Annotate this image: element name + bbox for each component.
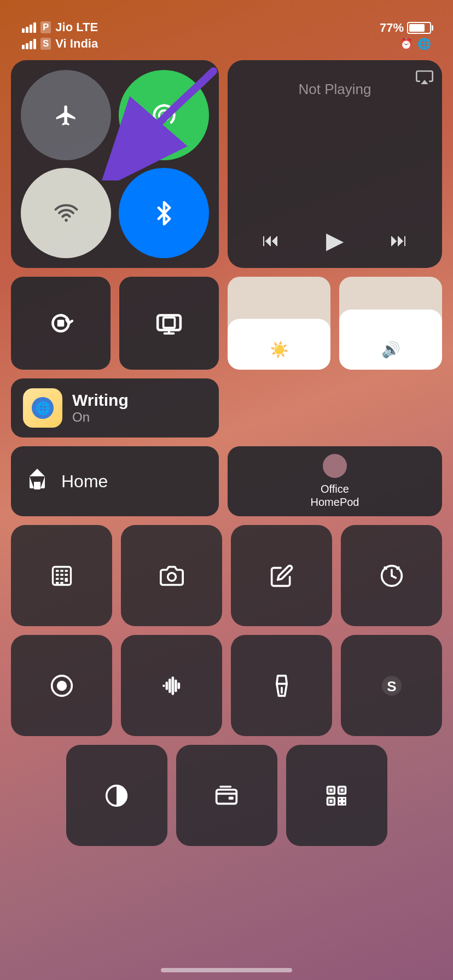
- screen-mirror-button[interactable]: [119, 277, 219, 370]
- camera-button[interactable]: [121, 525, 222, 626]
- svg-point-3: [65, 219, 68, 222]
- row-top: Not Playing ⏮ ▶ ⏭: [11, 60, 442, 268]
- svg-rect-39: [217, 790, 237, 804]
- svg-rect-20: [56, 578, 59, 580]
- svg-rect-18: [60, 574, 63, 576]
- shazam-button[interactable]: S: [341, 635, 442, 736]
- writing-text: Writing On: [72, 391, 129, 425]
- battery-percent: 77%: [380, 21, 404, 35]
- media-controls: ⏮ ▶ ⏭: [239, 227, 431, 258]
- svg-rect-19: [65, 574, 68, 576]
- brightness-icon: ☀️: [270, 341, 289, 359]
- alarm-icon: ⏰: [399, 37, 413, 50]
- battery-icon: [407, 22, 431, 34]
- bottom-row: [11, 745, 442, 846]
- sim2-row: S Vi India: [22, 37, 98, 51]
- writing-status: On: [72, 410, 129, 425]
- office-label: OfficeHomePod: [311, 482, 359, 509]
- volume-icon: 🔊: [381, 341, 400, 359]
- svg-point-2: [161, 113, 166, 118]
- qrcode-button[interactable]: [286, 745, 387, 846]
- svg-rect-49: [339, 802, 342, 805]
- svg-rect-50: [342, 802, 346, 805]
- status-right: 77% ⏰ 🌐: [380, 21, 431, 50]
- globe-icon: 🌐: [417, 37, 431, 50]
- airplane-mode-button[interactable]: [21, 70, 111, 160]
- sim1-signal: [22, 22, 36, 33]
- calculator-button[interactable]: [11, 525, 112, 626]
- svg-rect-16: [65, 570, 68, 572]
- rotation-lock-button[interactable]: [11, 277, 111, 370]
- svg-rect-46: [329, 800, 333, 803]
- svg-rect-17: [56, 574, 59, 576]
- volume-slider[interactable]: 🔊: [339, 277, 442, 370]
- bluetooth-button[interactable]: [119, 168, 209, 258]
- wallet-button[interactable]: [176, 745, 277, 846]
- sim1-badge: P: [40, 21, 51, 33]
- media-player-panel: Not Playing ⏮ ▶ ⏭: [228, 60, 442, 268]
- cellular-button[interactable]: [119, 70, 209, 160]
- status-left: P Jio LTE S Vi India: [22, 20, 98, 51]
- sim1-carrier: Jio LTE: [55, 20, 98, 34]
- svg-marker-4: [421, 80, 428, 84]
- writing-icon: 🌐: [23, 388, 62, 428]
- svg-rect-15: [60, 570, 63, 572]
- wifi-button[interactable]: [21, 168, 111, 258]
- svg-rect-48: [342, 797, 346, 801]
- flashlight-button[interactable]: [231, 635, 332, 736]
- svg-rect-24: [60, 582, 63, 584]
- office-homepod-panel[interactable]: OfficeHomePod: [228, 446, 442, 516]
- svg-rect-22: [65, 578, 68, 581]
- svg-point-25: [167, 573, 176, 581]
- connectivity-panel: [11, 60, 219, 268]
- writing-panel[interactable]: 🌐 Writing On: [11, 378, 219, 438]
- svg-text:S: S: [387, 678, 396, 694]
- svg-rect-47: [339, 797, 342, 801]
- media-prev-button[interactable]: ⏮: [262, 230, 280, 250]
- sim1-row: P Jio LTE: [22, 20, 98, 34]
- writing-title: Writing: [72, 391, 129, 410]
- brightness-slider[interactable]: ☀️: [228, 277, 330, 370]
- home-panel[interactable]: Home: [11, 446, 219, 516]
- media-play-button[interactable]: ▶: [326, 227, 344, 254]
- icon-grid-2: S: [11, 635, 442, 736]
- airplay-icon[interactable]: [416, 69, 433, 90]
- status-bar: P Jio LTE S Vi India 77% ⏰ 🌐: [0, 0, 453, 60]
- row-writing: 🌐 Writing On: [11, 378, 442, 438]
- svg-rect-6: [57, 320, 65, 327]
- sim2-badge: S: [40, 38, 51, 50]
- home-label: Home: [61, 471, 108, 492]
- media-title: Not Playing: [239, 81, 431, 98]
- icon-grid-1: [11, 525, 442, 626]
- svg-rect-44: [340, 789, 344, 792]
- svg-rect-21: [60, 578, 63, 580]
- screen-record-button[interactable]: [11, 635, 112, 736]
- row-home: Home OfficeHomePod: [11, 446, 442, 516]
- volume-fill: [339, 310, 442, 370]
- clock-button[interactable]: [341, 525, 442, 626]
- contrast-button[interactable]: [66, 745, 167, 846]
- svg-point-28: [56, 680, 66, 690]
- soundwave-button[interactable]: [121, 635, 222, 736]
- svg-rect-23: [56, 582, 59, 584]
- quick-buttons: [11, 277, 219, 370]
- control-center: Not Playing ⏮ ▶ ⏭: [11, 60, 442, 846]
- battery-fill: [409, 24, 425, 32]
- sim2-signal: [22, 39, 36, 49]
- markup-button[interactable]: [231, 525, 332, 626]
- row-mid: ☀️ 🔊: [11, 277, 442, 370]
- svg-rect-8: [164, 318, 175, 328]
- sim2-carrier: Vi India: [55, 37, 98, 51]
- svg-rect-42: [329, 789, 333, 792]
- battery-row: 77%: [380, 21, 431, 35]
- svg-rect-14: [56, 570, 59, 572]
- status-icons: ⏰ 🌐: [399, 37, 431, 50]
- homepod-icon: [323, 454, 347, 478]
- svg-rect-40: [229, 796, 234, 800]
- svg-text:🌐: 🌐: [36, 401, 51, 416]
- home-icon: [24, 465, 50, 498]
- home-indicator: [161, 968, 292, 972]
- media-next-button[interactable]: ⏭: [390, 230, 408, 250]
- sliders-container: ☀️ 🔊: [228, 277, 442, 370]
